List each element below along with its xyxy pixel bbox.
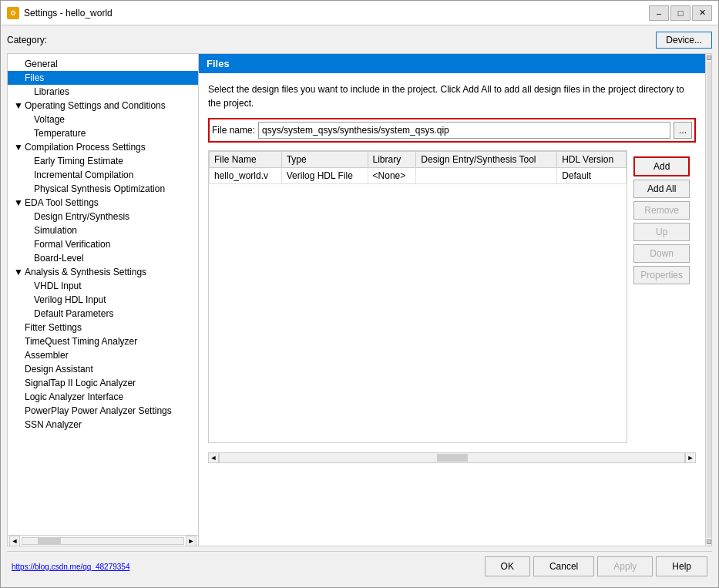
col-filename: File Name	[210, 152, 282, 168]
sidebar-scrollbar[interactable]: ◄ ►	[8, 535, 198, 546]
files-table-container: File Name Type Library Design Entry/Synt…	[208, 150, 627, 443]
cell-library: <None>	[368, 168, 416, 184]
up-button[interactable]: Up	[633, 223, 690, 241]
sidebar-label-simulation: Simulation	[34, 225, 77, 236]
sidebar-label-files: Files	[25, 72, 44, 83]
sidebar-scroll-track	[22, 537, 184, 545]
sidebar-item-incremental[interactable]: Incremental Compilation	[8, 168, 198, 182]
cancel-button[interactable]: Cancel	[533, 556, 594, 576]
device-button[interactable]: Device...	[656, 32, 712, 49]
tree-expander-operating-settings[interactable]: ▼	[14, 100, 23, 111]
title-controls: – □ ✕	[649, 5, 712, 21]
sidebar-item-design-assistant[interactable]: Design Assistant	[8, 362, 198, 376]
files-table: File Name Type Library Design Entry/Synt…	[209, 151, 627, 184]
sidebar-item-files[interactable]: Files	[8, 71, 198, 85]
sidebar-item-board-level[interactable]: Board-Level	[8, 251, 198, 265]
sidebar-item-libraries[interactable]: Libraries	[8, 85, 198, 99]
sidebar-item-eda-tool[interactable]: ▼EDA Tool Settings	[8, 196, 198, 210]
cell-design_entry	[416, 168, 557, 184]
sidebar-item-powerplay[interactable]: PowerPlay Power Analyzer Settings	[8, 404, 198, 418]
tree-expander-eda-tool[interactable]: ▼	[14, 197, 23, 208]
main-area: General Files Libraries▼Operating Settin…	[7, 53, 712, 546]
sidebar-item-ssn-analyzer[interactable]: SSN Analyzer	[8, 418, 198, 432]
main-content: Category: Device... General Files Librar…	[1, 25, 718, 587]
table-scrollbar[interactable]: ◄ ►	[208, 451, 696, 465]
sidebar-label-general: General	[25, 59, 58, 69]
close-button[interactable]: ✕	[692, 5, 712, 21]
scroll-right-arrow[interactable]: ►	[186, 536, 197, 546]
sidebar-item-temperature[interactable]: Temperature	[8, 126, 198, 140]
cell-file_name: hello_world.v	[210, 168, 282, 184]
sidebar-label-design-assistant: Design Assistant	[25, 364, 93, 375]
title-bar: ⚙ Settings - hello_world – □ ✕	[1, 1, 718, 25]
sidebar-item-logic-analyzer[interactable]: Logic Analyzer Interface	[8, 390, 198, 404]
sidebar-label-default-params: Default Parameters	[34, 308, 113, 319]
scroll-left-arrow[interactable]: ◄	[9, 536, 20, 546]
sidebar-label-voltage: Voltage	[34, 114, 65, 125]
sidebar-label-ssn-analyzer: SSN Analyzer	[25, 419, 82, 430]
sidebar-label-eda-tool: EDA Tool Settings	[25, 197, 99, 208]
properties-button[interactable]: Properties	[633, 266, 690, 284]
sidebar-label-temperature: Temperature	[34, 128, 86, 139]
sidebar-item-design-entry[interactable]: Design Entry/Synthesis	[8, 210, 198, 223]
sidebar-label-formal-verification: Formal Verification	[34, 239, 110, 250]
app-icon: ⚙	[7, 7, 19, 19]
col-library: Library	[368, 152, 416, 168]
sidebar-label-powerplay: PowerPlay Power Analyzer Settings	[25, 405, 172, 416]
bottom-link[interactable]: https://blog.csdn.me/qq_48279354	[12, 563, 129, 571]
sidebar-label-signaltap: SignalTap II Logic Analyzer	[25, 378, 136, 388]
sidebar-label-board-level: Board-Level	[34, 253, 84, 264]
remove-button[interactable]: Remove	[633, 201, 690, 220]
right-scroll-down[interactable]	[707, 539, 711, 544]
sidebar-item-default-params[interactable]: Default Parameters	[8, 307, 198, 321]
col-hdl-version: HDL Version	[557, 152, 627, 168]
bottom-bar: https://blog.csdn.me/qq_48279354 OK Canc…	[7, 551, 712, 581]
col-type: Type	[281, 152, 368, 168]
sidebar-label-assembler: Assembler	[25, 350, 69, 361]
sidebar-item-fitter-settings[interactable]: Fitter Settings	[8, 321, 198, 334]
table-scroll-thumb	[437, 454, 468, 462]
sidebar-item-timequest[interactable]: TimeQuest Timing Analyzer	[8, 334, 198, 348]
sidebar-item-early-timing[interactable]: Early Timing Estimate	[8, 154, 198, 168]
browse-button[interactable]: ...	[674, 122, 692, 139]
col-design-entry: Design Entry/Synthesis Tool	[416, 152, 557, 168]
right-panel: Files Select the design files you want t…	[199, 54, 705, 546]
table-scroll-track	[219, 452, 685, 463]
table-row[interactable]: hello_world.vVerilog HDL File<None>Defau…	[210, 168, 627, 184]
sidebar-item-physical-synthesis[interactable]: Physical Synthesis Optimization	[8, 182, 198, 196]
help-button[interactable]: Help	[656, 556, 707, 576]
sidebar-label-early-timing: Early Timing Estimate	[34, 156, 123, 166]
action-buttons: Add Add All Remove Up Down Properties	[627, 150, 696, 443]
apply-button[interactable]: Apply	[597, 556, 653, 576]
tree-expander-analysis-synthesis[interactable]: ▼	[14, 267, 23, 277]
sidebar-label-verilog-input: Verilog HDL Input	[34, 294, 106, 305]
table-scroll-right[interactable]: ►	[685, 452, 696, 463]
sidebar-item-simulation[interactable]: Simulation	[8, 223, 198, 237]
sidebar-item-voltage[interactable]: Voltage	[8, 113, 198, 126]
sidebar-label-analysis-synthesis: Analysis & Synthesis Settings	[25, 267, 146, 277]
tree-expander-compilation-process[interactable]: ▼	[14, 142, 23, 153]
description-text: Select the design files you want to incl…	[208, 82, 696, 110]
sidebar-item-compilation-process[interactable]: ▼Compilation Process Settings	[8, 140, 198, 154]
bottom-left: https://blog.csdn.me/qq_48279354	[12, 563, 129, 571]
down-button[interactable]: Down	[633, 244, 690, 263]
sidebar-item-general[interactable]: General	[8, 57, 198, 71]
sidebar-item-verilog-input[interactable]: Verilog HDL Input	[8, 293, 198, 307]
sidebar-item-signaltap[interactable]: SignalTap II Logic Analyzer	[8, 376, 198, 390]
sidebar-item-operating-settings[interactable]: ▼Operating Settings and Conditions	[8, 99, 198, 113]
minimize-button[interactable]: –	[649, 5, 669, 21]
sidebar-item-formal-verification[interactable]: Formal Verification	[8, 237, 198, 251]
file-input-row: File name: ...	[208, 118, 696, 143]
maximize-button[interactable]: □	[670, 5, 690, 21]
cell-type: Verilog HDL File	[281, 168, 368, 184]
sidebar-item-analysis-synthesis[interactable]: ▼Analysis & Synthesis Settings	[8, 265, 198, 279]
add-all-button[interactable]: Add All	[633, 180, 690, 198]
table-scroll-left[interactable]: ◄	[208, 452, 219, 463]
ok-button[interactable]: OK	[485, 556, 530, 576]
right-scroll-up[interactable]	[707, 55, 711, 60]
table-area: File Name Type Library Design Entry/Synt…	[208, 150, 696, 443]
add-button[interactable]: Add	[633, 156, 690, 176]
sidebar-item-assembler[interactable]: Assembler	[8, 348, 198, 362]
file-name-input[interactable]	[258, 122, 670, 139]
sidebar-item-vhdl-input[interactable]: VHDL Input	[8, 279, 198, 293]
